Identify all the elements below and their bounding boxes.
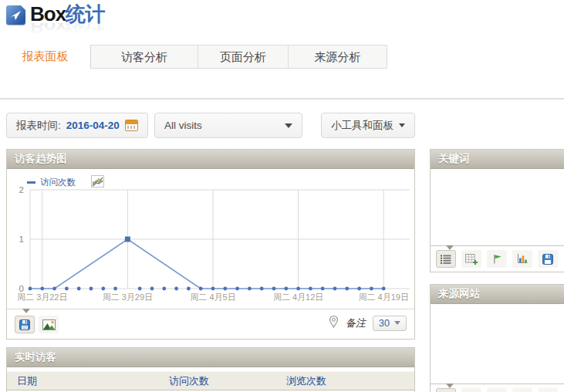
collapse-handle-icon[interactable] bbox=[446, 245, 454, 250]
goals-view-button[interactable] bbox=[487, 250, 507, 268]
visitor-trend-line-chart[interactable]: 012周二 3月22日周二 3月29日周二 4月5日周二 4月12日周二 4月1… bbox=[7, 171, 414, 309]
dropdown-caret-icon bbox=[399, 123, 405, 127]
svg-text:1: 1 bbox=[19, 235, 24, 244]
keywords-footer bbox=[431, 245, 564, 272]
app-logo: Box统计 bbox=[6, 3, 104, 25]
row-limit-value: 30 bbox=[379, 318, 390, 329]
column-header-pageviews[interactable]: 浏览次数 bbox=[286, 374, 414, 388]
export-icon bbox=[19, 319, 30, 330]
svg-text:周二 4月12日: 周二 4月12日 bbox=[273, 292, 323, 302]
visitor-trend-chart-area[interactable]: 012周二 3月22日周二 3月29日周二 4月5日周二 4月12日周二 4月1… bbox=[7, 169, 414, 309]
tab-visitors[interactable]: 访客分析 bbox=[91, 45, 198, 69]
collapse-handle-icon[interactable] bbox=[22, 309, 30, 313]
legend-series-label: 访问次数 bbox=[40, 177, 76, 188]
dropdown-caret-icon bbox=[285, 123, 292, 128]
collapse-handle-icon[interactable] bbox=[446, 384, 454, 388]
goals-view-button[interactable] bbox=[487, 388, 507, 392]
column-header-visits[interactable]: 访问次数 bbox=[169, 374, 286, 388]
tab-dashboard[interactable]: 报表面板 bbox=[0, 45, 91, 69]
chart-legend: 访问次数 bbox=[27, 175, 104, 189]
segment-selector[interactable]: All visits bbox=[154, 113, 302, 138]
expanded-table-view-button[interactable] bbox=[461, 388, 481, 392]
svg-text:周二 4月5日: 周二 4月5日 bbox=[190, 292, 235, 302]
segment-selector-value: All visits bbox=[164, 120, 202, 131]
table-view-button[interactable] bbox=[436, 388, 456, 392]
annotations-label[interactable]: 备注 bbox=[346, 316, 366, 330]
expanded-table-icon bbox=[465, 254, 478, 265]
referrer-websites-empty-body bbox=[431, 304, 564, 384]
widgets-menu-label: 小工具和面板 bbox=[331, 119, 393, 133]
app-title: Box统计 bbox=[30, 3, 104, 25]
bar-chart-view-button[interactable] bbox=[512, 250, 532, 268]
referrer-websites-header[interactable]: 来源网站 bbox=[431, 285, 564, 304]
logo-reflection: Box统计 bbox=[30, 23, 104, 37]
keywords-widget: 关键词 bbox=[430, 149, 564, 272]
export-image-icon bbox=[42, 319, 56, 330]
table-view-icon bbox=[441, 255, 451, 264]
date-range-button[interactable]: 报表时间: 2016-04-20 bbox=[6, 113, 148, 138]
legend-series-dash bbox=[27, 181, 35, 184]
referrer-websites-footer bbox=[431, 384, 564, 392]
visitor-trend-widget: 访客趋势图 012周二 3月22日周二 3月29日周二 4月5日周二 4月12日… bbox=[6, 149, 415, 340]
visitor-trend-footer: 备注 30 bbox=[7, 309, 414, 339]
date-range-label: 报表时间: bbox=[16, 119, 61, 133]
sparkline-icon[interactable] bbox=[91, 175, 104, 189]
svg-text:周二 3月22日: 周二 3月22日 bbox=[17, 292, 67, 302]
visitor-trend-header[interactable]: 访客趋势图 bbox=[7, 150, 414, 169]
expanded-table-view-button[interactable] bbox=[461, 250, 481, 268]
tab-pages[interactable]: 页面分析 bbox=[198, 45, 289, 69]
export-button[interactable] bbox=[538, 388, 558, 392]
export-icon bbox=[542, 254, 553, 265]
table-view-button[interactable] bbox=[436, 250, 456, 268]
realtime-visitors-widget: 实时访客 日期 访问次数 浏览次数 bbox=[6, 347, 415, 392]
widgets-menu-button[interactable]: 小工具和面板 bbox=[321, 113, 415, 138]
realtime-visitors-header[interactable]: 实时访客 bbox=[7, 348, 414, 367]
bar-chart-view-icon bbox=[517, 254, 528, 264]
bar-chart-view-button[interactable] bbox=[512, 388, 532, 392]
date-range-value: 2016-04-20 bbox=[66, 120, 120, 131]
svg-text:周二 3月29日: 周二 3月29日 bbox=[103, 292, 153, 302]
logo-icon bbox=[6, 5, 25, 25]
app-title-suffix: 统计 bbox=[66, 2, 104, 25]
column-header-date[interactable]: 日期 bbox=[7, 374, 169, 388]
svg-text:周二 4月19日: 周二 4月19日 bbox=[358, 292, 408, 302]
realtime-table-header-row: 日期 访问次数 浏览次数 bbox=[7, 371, 414, 390]
header-separator bbox=[0, 98, 564, 100]
calendar-icon bbox=[125, 120, 138, 131]
export-button[interactable] bbox=[538, 250, 558, 268]
row-limit-select[interactable]: 30 bbox=[373, 316, 407, 331]
referrer-websites-widget: 来源网站 bbox=[430, 284, 564, 392]
tab-referrers[interactable]: 来源分析 bbox=[289, 45, 387, 69]
dropdown-caret-icon bbox=[394, 321, 400, 325]
export-image-button[interactable] bbox=[39, 316, 59, 333]
goals-view-icon bbox=[492, 254, 502, 264]
app-title-brand: Box bbox=[30, 2, 66, 25]
keywords-header[interactable]: 关键词 bbox=[431, 150, 564, 169]
keywords-empty-body bbox=[431, 169, 564, 245]
export-button[interactable] bbox=[15, 316, 35, 333]
main-nav-tabs: 报表面板 访客分析 页面分析 来源分析 bbox=[0, 45, 387, 69]
annotation-pin-icon[interactable] bbox=[329, 315, 339, 331]
svg-text:2: 2 bbox=[19, 185, 24, 194]
logo-fold bbox=[21, 5, 25, 10]
